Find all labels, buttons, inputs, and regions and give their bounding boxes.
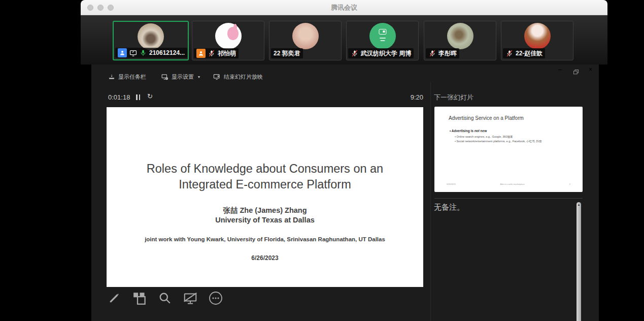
participant-name: 22 郭奕君 [274, 49, 300, 58]
avatar [369, 23, 396, 49]
pen-tool-button[interactable] [107, 291, 122, 306]
preview-footer-center: Ads in a seller marketplace [500, 183, 525, 185]
participant-name: 祁怡萌 [218, 49, 236, 58]
participant-namebar: 210612124... [115, 48, 187, 58]
timer-row: 0:01:18 ↻ 9:20 [91, 93, 599, 103]
screen: 腾讯会议 210612124... [0, 0, 644, 321]
panel-divider [430, 82, 431, 321]
blank-screen-icon [183, 292, 197, 305]
next-slide-preview[interactable]: Advertising Service on a Platform • Adve… [434, 107, 583, 192]
avatar [138, 23, 164, 50]
mic-muted-icon [208, 49, 216, 57]
end-slideshow-icon [213, 74, 221, 80]
preview-subbullet: • Social network/entertainment platforms… [455, 139, 583, 143]
pen-icon [108, 292, 121, 305]
zoom-slide-button[interactable] [157, 291, 173, 306]
avatar [292, 23, 319, 49]
show-taskbar-label: 显示任务栏 [118, 73, 146, 81]
display-settings-label: 显示设置 [172, 73, 194, 81]
end-slideshow-button[interactable]: 结束幻灯片放映 [213, 72, 263, 82]
participant-tile[interactable]: 22 郭奕君 [269, 21, 342, 60]
avatar [215, 23, 242, 49]
restart-timer-button[interactable]: ↻ [147, 92, 153, 100]
preview-footer: 6/26/2023 Ads in a seller marketplace 2 [447, 183, 570, 185]
participant-tile[interactable]: 武汉纺织大学 周博 [346, 21, 419, 60]
preview-subbullet: • Online search engines, e.g., Google, 3… [455, 135, 583, 139]
member-badge-icon [196, 49, 206, 58]
notes-scrollbar[interactable]: ▲ [577, 202, 581, 321]
participant-name: 李彤晖 [438, 49, 457, 58]
slide-affiliation: University of Texas at Dallas [107, 216, 423, 224]
mic-muted-icon [428, 49, 436, 57]
current-slide[interactable]: Roles of Knowledge about Consumers on an… [107, 107, 423, 287]
preview-bullet: • Advertising is not new [450, 129, 583, 133]
magnifier-icon [158, 292, 172, 305]
preview-slide-title: Advertising Service on a Platform [449, 115, 524, 121]
participant-name: 武汉纺织大学 周博 [361, 49, 411, 58]
member-badge-icon [118, 48, 127, 57]
end-slideshow-label: 结束幻灯片放映 [224, 73, 263, 81]
presenter-tools [107, 290, 223, 307]
mic-muted-icon [351, 49, 359, 57]
slide-date: 6/26/2023 [107, 254, 423, 262]
participant-name: 22-赵佳歆 [516, 49, 543, 58]
display-settings-button[interactable]: 显示设置 ▾ [161, 72, 200, 82]
participant-namebar: 祁怡萌 [194, 48, 239, 58]
elapsed-time: 0:01:18 [108, 93, 130, 101]
participant-namebar: 武汉纺织大学 周博 [348, 48, 414, 58]
chevron-down-icon: ▾ [198, 75, 200, 79]
slide-author: 张喆 Zhe (James) Zhang [107, 206, 423, 215]
scroll-up-icon[interactable]: ▲ [577, 203, 581, 206]
all-slides-button[interactable] [132, 291, 147, 306]
clock-time: 9:20 [398, 93, 423, 101]
slide-title: Roles of Knowledge about Consumers on an… [107, 161, 423, 192]
participant-namebar: 李彤晖 [426, 48, 459, 58]
participant-tile[interactable]: 22-赵佳歆 [501, 21, 573, 60]
ppt-presenter-window: – × 显示任务栏 显示设置 ▾ 结束幻灯片放映 0:01:18 [91, 65, 599, 321]
more-options-icon [209, 291, 223, 305]
avatar [447, 23, 473, 49]
participant-namebar: 22 郭奕君 [271, 48, 303, 58]
participant-tile[interactable]: 210612124... [113, 21, 189, 60]
screenshare-icon [129, 49, 137, 57]
next-slide-label: 下一张幻灯片 [434, 93, 473, 102]
titlebar: 腾讯会议 [81, 0, 607, 15]
mic-muted-icon [505, 49, 514, 57]
participant-namebar: 22-赵佳歆 [503, 48, 545, 58]
preview-footer-page: 2 [569, 183, 570, 185]
mic-on-icon [139, 49, 147, 57]
ppt-toolbar: 显示任务栏 显示设置 ▾ 结束幻灯片放映 [91, 72, 599, 82]
slide-grid-icon [133, 292, 147, 305]
show-taskbar-button[interactable]: 显示任务栏 [108, 72, 146, 82]
more-options-button[interactable] [208, 291, 223, 306]
slide-collaborators: joint work with Young Kwark, University … [107, 236, 423, 242]
video-strip: 210612124... 祁怡萌 22 郭奕君 [81, 15, 607, 65]
participant-tile[interactable]: 祁怡萌 [192, 21, 264, 60]
preview-footer-date: 6/26/2023 [447, 183, 456, 185]
display-settings-icon [161, 74, 168, 80]
taskbar-icon [108, 74, 115, 80]
app-title: 腾讯会议 [81, 0, 607, 15]
black-screen-button[interactable] [183, 291, 198, 306]
participant-tile[interactable]: 李彤晖 [424, 21, 496, 60]
notes-text: 无备注。 [434, 203, 464, 212]
pause-timer-button[interactable] [136, 94, 142, 101]
notes-divider [434, 198, 583, 199]
avatar [524, 23, 551, 49]
participant-name: 210612124... [149, 49, 185, 56]
